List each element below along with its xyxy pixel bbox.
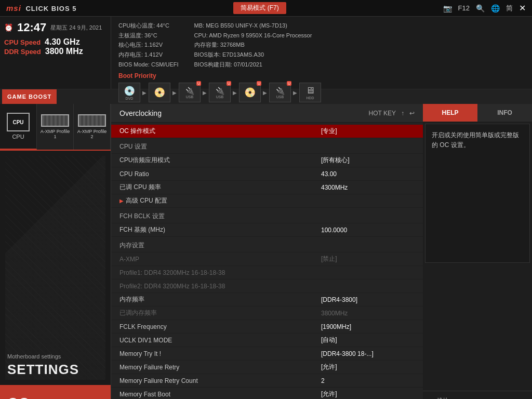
globe-icon[interactable]: 🌐 — [491, 4, 500, 12]
search-icon[interactable]: 🔍 — [476, 4, 485, 12]
top-right: 📷 F12 🔍 🌐 简 ✕ — [443, 3, 526, 13]
boot-device-hdd[interactable]: 🖥 HDD — [299, 83, 321, 102]
sys-cpu: CPU: AMD Ryzen 9 5950X 16-Core Processor — [194, 31, 312, 41]
oc-row-uclk[interactable]: UCLK DIV1 MODE [自动] — [111, 334, 423, 347]
close-button[interactable]: ✕ — [519, 3, 526, 13]
settings-title[interactable]: SETTINGS — [7, 362, 79, 378]
oc-row-mem-try-val: [DDR4-3800 18-...] — [321, 350, 415, 357]
oc-row-mem-try[interactable]: Memory Try It ! [DDR4-3800 18-...] — [111, 347, 423, 361]
cpu-speed-label: CPU Speed — [4, 38, 41, 46]
oc-row-profile2: Profile2: DDR4 3200MHz 16-18-18-38 — [111, 280, 423, 293]
oc-row-mem-freq[interactable]: 内存频率 [DDR4-3800] — [111, 293, 423, 307]
oc-row-cpu-freq-name: 已调 CPU 频率 — [119, 183, 321, 192]
nav-hint-move: ↑↓: 移动 — [428, 395, 527, 399]
right-header-info: CPU核心温度: 44°C 主板温度: 36°C 核心电压: 1.162V 内存… — [111, 17, 532, 89]
camera-icon[interactable]: 📷 — [443, 4, 452, 12]
oc-section[interactable]: OC — [0, 385, 111, 399]
boot-device-usb1[interactable]: U 🔌 USB — [179, 83, 201, 102]
speed-section: CPU Speed 4.30 GHz DDR Speed 3800 MHz — [4, 37, 107, 56]
oc-row-cpu-ratio[interactable]: CPU Ratio 43.00 — [111, 167, 423, 181]
top-bar: msi CLICK BIOS 5 简易模式 (F7) 📷 F12 🔍 🌐 简 ✕ — [0, 0, 532, 17]
oc-row-mem-retry-count[interactable]: Memory Failure Retry Count 2 — [111, 374, 423, 388]
oc-row-mode-val: [专业] — [321, 127, 415, 136]
oc-row-advanced-cpu[interactable]: ▶ 高级 CPU 配置 — [111, 194, 423, 208]
oc-header-right: HOT KEY ↑ ↩ — [369, 110, 415, 117]
oc-row-cpu-freq-val: 4300MHz — [321, 184, 415, 191]
u-badge-4: U — [287, 81, 291, 86]
cpu-speed-row: CPU Speed 4.30 GHz — [4, 37, 107, 47]
oc-row-mem-retry-val: [允许] — [321, 363, 415, 371]
top-center: 简易模式 (F7) — [233, 2, 286, 14]
sys-col-right: MB: MEG B550 UNIFY-X (MS-7D13) CPU: AMD … — [194, 21, 312, 69]
oc-row-mem-retry-name: Memory Failure Retry — [119, 364, 321, 371]
oc-row-mem-fast-boot-name: Memory Fast Boot — [119, 391, 321, 398]
clock-icon: ⏰ — [4, 23, 13, 32]
oc-row-fch-freq[interactable]: FCH 基频 (MHz) 100.0000 — [111, 223, 423, 237]
oc-row-fch-freq-name: FCH 基频 (MHz) — [119, 225, 321, 234]
oc-row-axmp-val: [禁止] — [321, 255, 415, 263]
right-help-content: 开启或关闭使用简单版或完整版的 OC 设置。 — [425, 124, 530, 263]
f12-label: F12 — [458, 4, 470, 12]
header-area: ⏰ 12:47 星期五 24 9月, 2021 CPU Speed 4.30 G… — [0, 17, 532, 89]
oc-section-fch-name: FCH BCLK 设置 — [119, 212, 415, 221]
oc-row-uclk-name: UCLK DIV1 MODE — [119, 337, 321, 344]
oc-row-mem-freq-name: 内存频率 — [119, 295, 321, 304]
tab-axmp2-label: A-XMP Profile 2 — [76, 129, 108, 139]
sys-mem: 内存容量: 32768MB — [194, 40, 312, 50]
tab-axmp1[interactable]: A-XMP Profile 1 — [37, 104, 74, 150]
main-layout: CPU CPU A-XMP Profile 1 A-XMP Profile 2 … — [0, 104, 532, 399]
right-tabs: HELP INFO — [423, 104, 532, 122]
boot-arrow-2: ▶ — [172, 90, 177, 96]
oc-row-cpu-mode-name: CPU倍频应用模式 — [119, 156, 321, 165]
sys-mb: MB: MEG B550 UNIFY-X (MS-7D13) — [194, 21, 312, 31]
back-icon[interactable]: ↩ — [409, 110, 415, 117]
u-badge-1: U — [196, 81, 201, 86]
sys-bios-ver: BIOS版本: E7D13AMS.A30 — [194, 50, 312, 60]
lang-label[interactable]: 简 — [506, 4, 513, 13]
boot-device-dvd1[interactable]: 💿 DVD — [118, 83, 140, 102]
oc-row-fclk-name: FCLK Frequency — [119, 323, 321, 330]
oc-row-mem-try-name: Memory Try It ! — [119, 350, 321, 357]
tab-axmp1-label: A-XMP Profile 1 — [39, 129, 71, 139]
oc-header: Overclocking HOT KEY ↑ ↩ — [111, 104, 423, 123]
oc-row-cpu-mode-val: [所有核心] — [321, 156, 415, 165]
boot-device-usb2[interactable]: U 🔌 USB — [209, 83, 231, 102]
simple-mode-button[interactable]: 简易模式 (F7) — [233, 2, 286, 14]
oc-row-mem-retry-count-val: 2 — [321, 377, 415, 384]
right-panel: HELP INFO 开启或关闭使用简单版或完整版的 OC 设置。 ↑↓: 移动 … — [423, 104, 532, 399]
hotkey-label: HOT KEY — [369, 110, 396, 117]
game-boost-label[interactable]: GAME BOOST — [2, 89, 57, 104]
right-nav-hints: ↑↓: 移动 →←: 组间跳转 Enter: 选择 +/-: 调整数值 F1: … — [423, 391, 532, 399]
clock-date: 星期五 24 9月, 2021 — [50, 24, 102, 32]
oc-row-cpu-mode[interactable]: CPU倍频应用模式 [所有核心] — [111, 154, 423, 167]
hotkey-icon[interactable]: ↑ — [401, 110, 404, 117]
oc-row-mem-actual-name: 已调内存频率 — [119, 309, 321, 317]
tab-help[interactable]: HELP — [423, 104, 477, 122]
ram-icon-2 — [78, 114, 106, 127]
oc-row-mem-retry[interactable]: Memory Failure Retry [允许] — [111, 361, 423, 374]
tab-info[interactable]: INFO — [477, 104, 532, 122]
oc-row-mem-retry-count-name: Memory Failure Retry Count — [119, 377, 321, 384]
profile-tabs: CPU CPU A-XMP Profile 1 A-XMP Profile 2 — [0, 104, 111, 151]
oc-row-uclk-val: [自动] — [321, 336, 415, 344]
ddr-speed-row: DDR Speed 3800 MHz — [4, 47, 107, 56]
boot-arrow-3: ▶ — [203, 90, 207, 96]
boot-device-usb3[interactable]: U 🔌 USB — [269, 83, 291, 102]
oc-row-cpu-freq[interactable]: 已调 CPU 频率 4300MHz — [111, 181, 423, 194]
boot-priority-label: Boot Priority — [118, 72, 525, 79]
oc-row-fclk[interactable]: FCLK Frequency [1900MHz] — [111, 320, 423, 334]
oc-row-profile1-name: Profile1: DDR4 3200MHz 16-18-18-38 — [119, 269, 415, 276]
oc-row-axmp[interactable]: A-XMP [禁止] — [111, 252, 423, 266]
boot-arrow-6: ▶ — [293, 90, 297, 96]
oc-row-mode[interactable]: OC 操作模式 [专业] — [111, 125, 423, 138]
oc-row-mem-fast-boot[interactable]: Memory Fast Boot [允许] — [111, 388, 423, 399]
boot-device-dvd3[interactable]: U 📀 — [239, 83, 261, 102]
oc-section-mem: 内存设置 — [111, 237, 423, 252]
settings-sub-label: Motherboard settings — [7, 353, 61, 360]
tab-axmp2[interactable]: A-XMP Profile 2 — [74, 104, 111, 150]
tab-cpu[interactable]: CPU CPU — [0, 104, 37, 150]
boot-device-dvd2[interactable]: 📀 — [149, 83, 170, 102]
oc-row-profile1: Profile1: DDR4 3200MHz 16-18-18-38 — [111, 266, 423, 280]
oc-row-mem-actual: 已调内存频率 3800MHz — [111, 307, 423, 320]
center-panel: Overclocking HOT KEY ↑ ↩ OC 操作模式 [专业] CP… — [111, 104, 423, 399]
